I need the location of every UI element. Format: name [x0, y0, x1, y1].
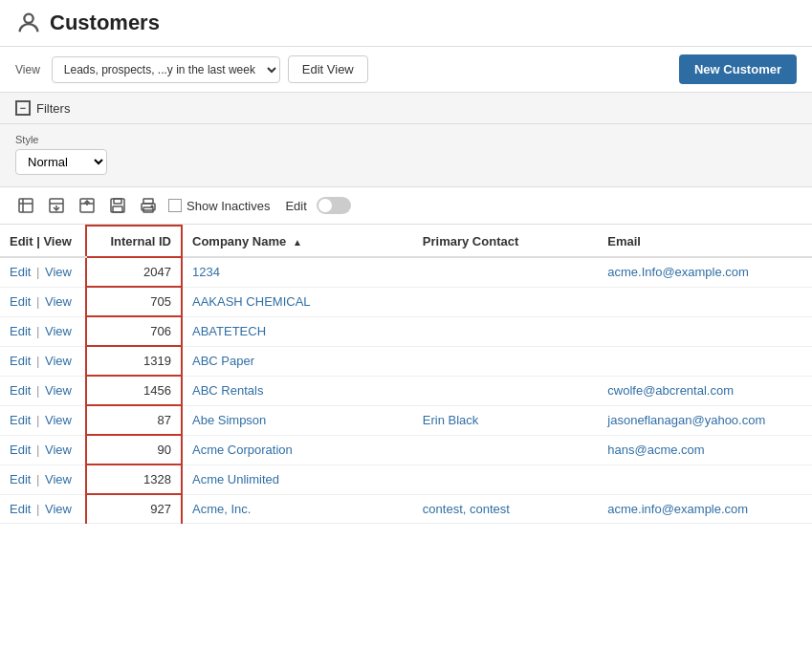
style-select[interactable]: Normal Grid List [15, 149, 107, 175]
toolbar: View Leads, prospects, ...y in the last … [0, 47, 812, 93]
view-link[interactable]: View [45, 472, 72, 486]
svg-point-0 [24, 14, 33, 23]
cell-company-name[interactable]: ABC Paper [182, 346, 413, 376]
cell-email[interactable]: jasoneflanagan@yahoo.com [598, 405, 812, 435]
cell-company-name[interactable]: Acme, Inc. [182, 494, 413, 524]
cell-internal-id: 1319 [86, 346, 182, 376]
table-wrapper: Edit | View Internal ID Company Name ▲ P… [0, 225, 812, 524]
filters-label: Filters [36, 101, 70, 116]
separator: | [33, 472, 43, 486]
cell-primary-contact [413, 287, 598, 316]
cell-company-name[interactable]: AAKASH CHEMICAL [182, 287, 413, 316]
table-row: Edit | View705AAKASH CHEMICAL [0, 287, 812, 316]
edit-toggle[interactable] [317, 197, 351, 214]
cell-edit-view: Edit | View [0, 287, 86, 316]
cell-internal-id: 90 [86, 435, 182, 464]
edit-link[interactable]: Edit [10, 265, 31, 279]
cell-company-name[interactable]: 1234 [182, 257, 413, 287]
table-row: Edit | View706ABATETECH [0, 316, 812, 346]
cell-internal-id: 87 [86, 405, 182, 435]
cell-company-name[interactable]: ABATETECH [182, 316, 413, 346]
view-link[interactable]: View [45, 294, 72, 309]
cell-email[interactable]: acme.info@example.com [598, 494, 812, 524]
table-row: Edit | View1456ABC Rentalscwolfe@abcrent… [0, 376, 812, 405]
sort-asc-icon: ▲ [293, 237, 302, 248]
view-link[interactable]: View [45, 354, 72, 368]
new-customer-button[interactable]: New Customer [679, 54, 797, 84]
show-inactives-checkbox[interactable] [168, 199, 182, 212]
view-link[interactable]: View [45, 443, 72, 457]
customers-table: Edit | View Internal ID Company Name ▲ P… [0, 225, 812, 524]
edit-link[interactable]: Edit [10, 443, 31, 457]
edit-link[interactable]: Edit [10, 383, 31, 398]
cell-primary-contact[interactable]: contest, contest [413, 494, 598, 524]
col-header-email: Email [598, 226, 812, 257]
filters-toggle[interactable]: − Filters [15, 100, 797, 116]
svg-rect-1 [19, 199, 33, 212]
cell-edit-view: Edit | View [0, 435, 86, 464]
export-csv-icon[interactable] [15, 195, 36, 216]
svg-rect-12 [113, 206, 122, 212]
separator: | [33, 265, 43, 279]
edit-link[interactable]: Edit [10, 413, 31, 427]
separator: | [33, 443, 43, 457]
col-header-primary-contact: Primary Contact [413, 226, 598, 257]
view-label: View [15, 63, 40, 76]
table-row: Edit | View927Acme, Inc.contest, contest… [0, 494, 812, 524]
cell-edit-view: Edit | View [0, 316, 86, 346]
show-inactives-text: Show Inactives [187, 199, 270, 213]
save-icon[interactable] [107, 195, 128, 216]
cell-email[interactable]: hans@acme.com [598, 435, 812, 464]
edit-link[interactable]: Edit [10, 354, 31, 368]
cell-company-name[interactable]: ABC Rentals [182, 376, 413, 405]
filters-collapse-icon: − [15, 100, 31, 116]
edit-view-button[interactable]: Edit View [288, 55, 368, 83]
action-bar: Show Inactives Edit [0, 187, 812, 225]
table-row: Edit | View1319ABC Paper [0, 346, 812, 376]
col-header-internal-id[interactable]: Internal ID [86, 226, 182, 257]
cell-email[interactable]: acme.Info@example.com [598, 257, 812, 287]
cell-company-name[interactable]: Acme Unlimited [182, 464, 413, 494]
view-link[interactable]: View [45, 413, 72, 427]
export-icon2[interactable] [46, 195, 67, 216]
view-link[interactable]: View [45, 383, 72, 398]
cell-email[interactable]: cwolfe@abcrental.com [598, 376, 812, 405]
style-section: Style Normal Grid List [0, 124, 812, 187]
cell-primary-contact [413, 257, 598, 287]
edit-link[interactable]: Edit [10, 472, 31, 486]
cell-company-name[interactable]: Abe Simpson [182, 405, 413, 435]
print-icon[interactable] [138, 195, 159, 216]
cell-primary-contact[interactable]: Erin Black [413, 405, 598, 435]
cell-edit-view: Edit | View [0, 464, 86, 494]
cell-internal-id: 706 [86, 316, 182, 346]
cell-company-name[interactable]: Acme Corporation [182, 435, 413, 464]
separator: | [33, 324, 43, 338]
view-link[interactable]: View [45, 502, 72, 516]
edit-link[interactable]: Edit [10, 502, 31, 516]
edit-link[interactable]: Edit [10, 324, 31, 338]
col-header-company-name[interactable]: Company Name ▲ [182, 226, 413, 257]
table-row: Edit | View1328Acme Unlimited [0, 464, 812, 494]
cell-edit-view: Edit | View [0, 494, 86, 524]
edit-link[interactable]: Edit [10, 294, 31, 309]
cell-primary-contact [413, 464, 598, 494]
import-icon[interactable] [77, 195, 98, 216]
cell-primary-contact [413, 346, 598, 376]
view-select[interactable]: Leads, prospects, ...y in the last week [52, 56, 280, 83]
table-header-row: Edit | View Internal ID Company Name ▲ P… [0, 226, 812, 257]
svg-rect-11 [114, 199, 121, 204]
table-body: Edit | View20471234acme.Info@example.com… [0, 257, 812, 524]
edit-label: Edit [285, 199, 306, 213]
table-row: Edit | View20471234acme.Info@example.com [0, 257, 812, 287]
cell-email [598, 464, 812, 494]
cell-edit-view: Edit | View [0, 257, 86, 287]
separator: | [33, 383, 43, 398]
cell-edit-view: Edit | View [0, 405, 86, 435]
show-inactives-label[interactable]: Show Inactives [168, 199, 270, 213]
cell-primary-contact [413, 316, 598, 346]
customers-icon [15, 10, 42, 36]
view-link[interactable]: View [45, 265, 72, 279]
cell-primary-contact [413, 376, 598, 405]
separator: | [33, 413, 43, 427]
view-link[interactable]: View [45, 324, 72, 338]
